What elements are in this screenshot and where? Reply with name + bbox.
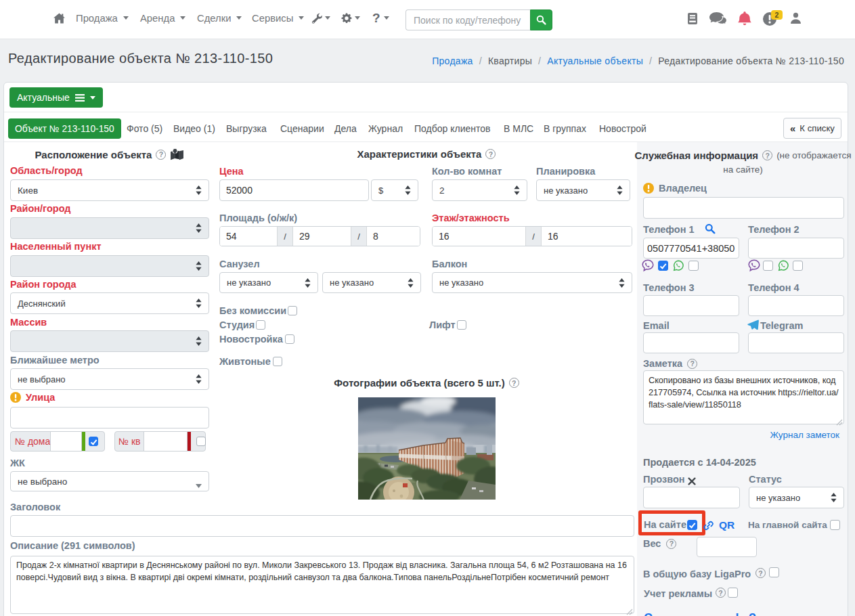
- phone2-whatsapp-checkbox[interactable]: [793, 261, 803, 271]
- flat-number-input[interactable]: [144, 432, 188, 451]
- nav-arenda[interactable]: Аренда: [140, 13, 175, 24]
- studio-checkbox[interactable]: [256, 320, 265, 330]
- house-number-input[interactable]: [50, 432, 82, 451]
- floors-total-input[interactable]: [542, 227, 632, 246]
- phone4-input[interactable]: [748, 295, 844, 316]
- area-living-input[interactable]: [293, 227, 351, 246]
- tab-gruppy[interactable]: В группах: [544, 123, 586, 134]
- search-button[interactable]: [530, 9, 552, 30]
- weight-input[interactable]: [697, 537, 757, 557]
- elevator-checkbox[interactable]: [457, 320, 466, 330]
- metro-select[interactable]: не выбрано: [10, 368, 209, 390]
- email-input[interactable]: [643, 332, 739, 353]
- phone2-input[interactable]: [748, 238, 844, 259]
- help-circle-icon[interactable]: [509, 378, 519, 388]
- status-select[interactable]: не указано: [749, 487, 844, 508]
- tab-object-active[interactable]: Объект № 213-110-150: [8, 118, 121, 139]
- object-photo[interactable]: [358, 397, 496, 500]
- back-to-list-button[interactable]: « К списку: [783, 118, 841, 139]
- tab-novostroy[interactable]: Новострой: [599, 123, 646, 134]
- status-label: Статус: [749, 474, 782, 485]
- tab-zhurnal[interactable]: Журнал: [368, 123, 403, 134]
- help-circle-icon[interactable]: [716, 588, 726, 598]
- qr-link[interactable]: QR: [719, 519, 735, 531]
- help-circle-icon[interactable]: [666, 539, 676, 549]
- journal-icon[interactable]: [688, 13, 697, 27]
- title-input[interactable]: [10, 515, 634, 537]
- map-icon[interactable]: [170, 148, 184, 160]
- help-circle-icon[interactable]: [485, 149, 496, 159]
- home-icon[interactable]: [53, 13, 65, 26]
- nav-prodazha[interactable]: Продажа: [76, 13, 118, 24]
- phone1-viber-checkbox[interactable]: [658, 261, 668, 271]
- currency-select[interactable]: $: [371, 179, 418, 201]
- note-textarea[interactable]: Скопировано из базы внешних источников, …: [643, 370, 844, 424]
- floor-separator: /: [525, 227, 542, 246]
- phone1-whatsapp-checkbox[interactable]: [688, 261, 699, 271]
- photos-heading: Фотографии объекта (всего 5 шт.): [219, 377, 634, 389]
- ads-checkbox[interactable]: [728, 588, 738, 598]
- link-icon[interactable]: [703, 521, 714, 533]
- flat-number-checkbox[interactable]: [196, 437, 206, 446]
- messages-icon[interactable]: [709, 12, 727, 29]
- wrench-icon[interactable]: [311, 13, 323, 27]
- layout-select[interactable]: не указано: [536, 179, 630, 201]
- tab-podbor[interactable]: Подбор клиентов: [414, 123, 490, 134]
- district-city-select[interactable]: [10, 217, 209, 239]
- complex-select[interactable]: не выбрано: [10, 471, 209, 491]
- call-label: Прозвон: [643, 474, 685, 485]
- partial-bottom-link[interactable]: С: [644, 611, 653, 616]
- user-profile-icon[interactable]: [790, 12, 802, 26]
- settlement-select[interactable]: [10, 255, 209, 277]
- help-circle-icon[interactable]: [762, 150, 772, 160]
- description-textarea[interactable]: Продаж 2-х кімнатної квартири в Деснянсь…: [10, 556, 634, 614]
- phone1-input[interactable]: [643, 238, 739, 259]
- telegram-input[interactable]: [748, 332, 844, 353]
- balcony-select[interactable]: не указано: [432, 272, 632, 293]
- on-site-checkbox[interactable]: [687, 520, 697, 530]
- newbuild-checkbox[interactable]: [285, 334, 294, 344]
- breadcrumb-prodazha[interactable]: Продажа: [432, 56, 473, 66]
- nav-servisy[interactable]: Сервисы: [252, 13, 293, 24]
- note-journal-link[interactable]: Журнал заметок: [770, 430, 840, 440]
- area-total-input[interactable]: [220, 227, 277, 246]
- bathroom-select-2[interactable]: не указано: [322, 272, 421, 293]
- select-arrows-icon: [196, 261, 202, 273]
- tab-photo[interactable]: Фото (5): [127, 123, 162, 134]
- on-main-checkbox[interactable]: [830, 520, 840, 530]
- city-district-select[interactable]: Деснянский: [10, 292, 209, 314]
- phone-search-icon[interactable]: [705, 223, 716, 237]
- status-dropdown-button[interactable]: Актуальные: [9, 87, 103, 108]
- house-number-checkbox[interactable]: [89, 437, 98, 446]
- massif-select[interactable]: [10, 330, 209, 352]
- bathroom-select-1[interactable]: не указано: [219, 272, 318, 293]
- tab-scenarii[interactable]: Сценарии: [280, 123, 324, 134]
- help-icon[interactable]: ?: [372, 11, 380, 26]
- tab-dela[interactable]: Дела: [334, 123, 357, 134]
- help-circle-icon[interactable]: [156, 150, 166, 160]
- phone3-input[interactable]: [643, 295, 739, 316]
- help-circle-icon[interactable]: [687, 359, 697, 369]
- call-input[interactable]: [643, 487, 740, 508]
- tab-video[interactable]: Видео (1): [173, 123, 215, 134]
- nav-sdelki[interactable]: Сделки: [197, 13, 231, 24]
- tab-vygruzka[interactable]: Выгрузка: [226, 123, 267, 134]
- street-input[interactable]: [10, 407, 209, 428]
- pets-checkbox[interactable]: [273, 357, 282, 366]
- help-circle-icon[interactable]: [755, 568, 766, 578]
- area-kitchen-input[interactable]: [367, 227, 420, 246]
- phone2-viber-checkbox[interactable]: [763, 261, 773, 271]
- floor-input[interactable]: [433, 227, 525, 246]
- rooms-select[interactable]: 2: [432, 179, 527, 201]
- gear-icon[interactable]: [341, 13, 352, 26]
- tab-mls[interactable]: В МЛС: [504, 123, 533, 134]
- breadcrumb-aktualnye[interactable]: Актуальные объекты: [547, 56, 643, 66]
- region-select[interactable]: Киев: [10, 179, 209, 201]
- no-commission-checkbox[interactable]: [288, 306, 297, 315]
- owner-input[interactable]: [643, 197, 844, 219]
- ligapro-checkbox[interactable]: [769, 567, 779, 577]
- search-input[interactable]: [405, 9, 530, 30]
- rooms-label: Кол-во комнат: [432, 166, 502, 177]
- price-input[interactable]: [219, 179, 369, 201]
- notifications-bell-icon[interactable]: [738, 12, 751, 29]
